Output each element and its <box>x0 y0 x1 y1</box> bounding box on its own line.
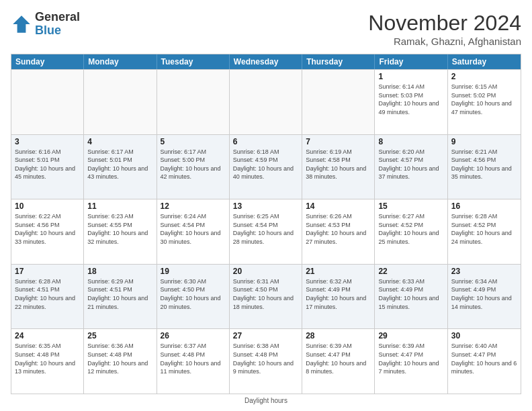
cal-cell: 10Sunrise: 6:22 AM Sunset: 4:56 PM Dayli… <box>11 199 84 264</box>
cal-week-1: 1Sunrise: 6:14 AM Sunset: 5:03 PM Daylig… <box>11 69 521 134</box>
cal-cell: 30Sunrise: 6:40 AM Sunset: 4:47 PM Dayli… <box>448 329 521 394</box>
cal-cell: 1Sunrise: 6:14 AM Sunset: 5:03 PM Daylig… <box>375 70 447 134</box>
day-info: Sunrise: 6:29 AM Sunset: 4:51 PM Dayligh… <box>87 277 152 311</box>
day-number: 8 <box>378 137 443 146</box>
cal-cell: 14Sunrise: 6:26 AM Sunset: 4:53 PM Dayli… <box>302 199 375 264</box>
day-info: Sunrise: 6:36 AM Sunset: 4:48 PM Dayligh… <box>87 342 152 375</box>
day-number: 17 <box>15 267 80 276</box>
cal-cell: 23Sunrise: 6:34 AM Sunset: 4:49 PM Dayli… <box>448 265 521 329</box>
day-info: Sunrise: 6:21 AM Sunset: 4:56 PM Dayligh… <box>451 148 517 181</box>
day-info: Sunrise: 6:23 AM Sunset: 4:55 PM Dayligh… <box>87 212 152 246</box>
day-number: 3 <box>15 137 80 146</box>
day-info: Sunrise: 6:27 AM Sunset: 4:52 PM Dayligh… <box>378 212 443 246</box>
cal-cell: 17Sunrise: 6:28 AM Sunset: 4:51 PM Dayli… <box>11 265 84 329</box>
cal-cell: 5Sunrise: 6:17 AM Sunset: 5:00 PM Daylig… <box>157 135 230 199</box>
cal-header-sunday: Sunday <box>11 54 84 69</box>
cal-cell: 13Sunrise: 6:25 AM Sunset: 4:54 PM Dayli… <box>230 199 302 264</box>
day-number: 14 <box>306 201 371 211</box>
cal-cell: 3Sunrise: 6:16 AM Sunset: 5:01 PM Daylig… <box>11 135 84 199</box>
cal-cell: 7Sunrise: 6:19 AM Sunset: 4:58 PM Daylig… <box>302 135 375 199</box>
cal-cell: 19Sunrise: 6:30 AM Sunset: 4:50 PM Dayli… <box>157 265 230 329</box>
cal-header-tuesday: Tuesday <box>157 54 230 69</box>
day-info: Sunrise: 6:34 AM Sunset: 4:49 PM Dayligh… <box>451 277 517 311</box>
cal-cell: 2Sunrise: 6:15 AM Sunset: 5:02 PM Daylig… <box>448 70 521 134</box>
subtitle: Ramak, Ghazni, Afghanistan <box>368 36 521 47</box>
day-number: 23 <box>451 267 517 276</box>
day-number: 4 <box>87 137 152 146</box>
cal-cell: 6Sunrise: 6:18 AM Sunset: 4:59 PM Daylig… <box>230 135 302 199</box>
day-info: Sunrise: 6:28 AM Sunset: 4:51 PM Dayligh… <box>15 277 80 311</box>
day-number: 13 <box>233 201 298 211</box>
cal-header-monday: Monday <box>84 54 157 69</box>
svg-marker-0 <box>13 15 30 33</box>
day-number: 5 <box>161 137 226 146</box>
day-number: 7 <box>306 137 371 146</box>
day-info: Sunrise: 6:39 AM Sunset: 4:47 PM Dayligh… <box>378 342 443 375</box>
cal-cell: 27Sunrise: 6:38 AM Sunset: 4:48 PM Dayli… <box>230 329 302 394</box>
cal-week-3: 10Sunrise: 6:22 AM Sunset: 4:56 PM Dayli… <box>11 199 521 264</box>
cal-cell: 12Sunrise: 6:24 AM Sunset: 4:54 PM Dayli… <box>157 199 230 264</box>
cal-week-5: 24Sunrise: 6:35 AM Sunset: 4:48 PM Dayli… <box>11 328 521 394</box>
day-number: 19 <box>161 267 226 276</box>
logo-general-text: General <box>35 11 80 24</box>
day-info: Sunrise: 6:25 AM Sunset: 4:54 PM Dayligh… <box>233 212 298 246</box>
day-info: Sunrise: 6:32 AM Sunset: 4:49 PM Dayligh… <box>306 277 371 311</box>
day-info: Sunrise: 6:24 AM Sunset: 4:54 PM Dayligh… <box>161 212 226 246</box>
day-info: Sunrise: 6:16 AM Sunset: 5:01 PM Dayligh… <box>15 148 80 181</box>
day-number: 11 <box>87 201 152 211</box>
day-info: Sunrise: 6:15 AM Sunset: 5:02 PM Dayligh… <box>451 83 517 116</box>
cal-cell: 28Sunrise: 6:39 AM Sunset: 4:47 PM Dayli… <box>302 329 375 394</box>
day-number: 24 <box>15 331 80 340</box>
day-info: Sunrise: 6:33 AM Sunset: 4:49 PM Dayligh… <box>378 277 443 311</box>
day-number: 25 <box>87 331 152 340</box>
day-number: 12 <box>161 201 226 211</box>
cal-header-thursday: Thursday <box>302 54 375 69</box>
main-title: November 2024 <box>368 11 521 36</box>
day-number: 29 <box>378 331 443 340</box>
footer-note: Daylight hours <box>11 397 521 404</box>
cal-cell: 15Sunrise: 6:27 AM Sunset: 4:52 PM Dayli… <box>375 199 447 264</box>
day-info: Sunrise: 6:17 AM Sunset: 5:00 PM Dayligh… <box>161 148 226 181</box>
day-info: Sunrise: 6:14 AM Sunset: 5:03 PM Dayligh… <box>378 83 443 116</box>
day-number: 30 <box>451 331 517 340</box>
day-info: Sunrise: 6:39 AM Sunset: 4:47 PM Dayligh… <box>306 342 371 375</box>
day-number: 16 <box>451 201 517 211</box>
cal-cell: 18Sunrise: 6:29 AM Sunset: 4:51 PM Dayli… <box>84 265 157 329</box>
cal-cell: 26Sunrise: 6:37 AM Sunset: 4:48 PM Dayli… <box>157 329 230 394</box>
day-info: Sunrise: 6:20 AM Sunset: 4:57 PM Dayligh… <box>378 148 443 181</box>
cal-cell <box>11 70 84 134</box>
cal-cell: 11Sunrise: 6:23 AM Sunset: 4:55 PM Dayli… <box>84 199 157 264</box>
cal-cell: 9Sunrise: 6:21 AM Sunset: 4:56 PM Daylig… <box>448 135 521 199</box>
day-number: 28 <box>306 331 371 340</box>
day-info: Sunrise: 6:37 AM Sunset: 4:48 PM Dayligh… <box>161 342 226 375</box>
calendar-body: 1Sunrise: 6:14 AM Sunset: 5:03 PM Daylig… <box>11 69 521 394</box>
title-block: November 2024 Ramak, Ghazni, Afghanistan <box>368 11 521 47</box>
day-info: Sunrise: 6:19 AM Sunset: 4:58 PM Dayligh… <box>306 148 371 181</box>
day-number: 6 <box>233 137 298 146</box>
day-number: 2 <box>451 72 517 81</box>
cal-cell: 20Sunrise: 6:31 AM Sunset: 4:50 PM Dayli… <box>230 265 302 329</box>
day-info: Sunrise: 6:26 AM Sunset: 4:53 PM Dayligh… <box>306 212 371 246</box>
day-info: Sunrise: 6:31 AM Sunset: 4:50 PM Dayligh… <box>233 277 298 311</box>
day-number: 9 <box>451 137 517 146</box>
page: General Blue November 2024 Ramak, Ghazni… <box>0 0 532 411</box>
logo-icon <box>11 13 32 35</box>
day-info: Sunrise: 6:28 AM Sunset: 4:52 PM Dayligh… <box>451 212 517 246</box>
day-number: 1 <box>378 72 443 81</box>
day-number: 26 <box>161 331 226 340</box>
day-number: 21 <box>306 267 371 276</box>
cal-week-4: 17Sunrise: 6:28 AM Sunset: 4:51 PM Dayli… <box>11 264 521 329</box>
cal-cell <box>230 70 302 134</box>
cal-cell: 24Sunrise: 6:35 AM Sunset: 4:48 PM Dayli… <box>11 329 84 394</box>
cal-header-wednesday: Wednesday <box>230 54 302 69</box>
logo-blue-text: Blue <box>35 24 80 38</box>
cal-cell: 4Sunrise: 6:17 AM Sunset: 5:01 PM Daylig… <box>84 135 157 199</box>
calendar: SundayMondayTuesdayWednesdayThursdayFrid… <box>11 54 521 394</box>
day-number: 27 <box>233 331 298 340</box>
day-number: 15 <box>378 201 443 211</box>
day-number: 10 <box>15 201 80 211</box>
calendar-header-row: SundayMondayTuesdayWednesdayThursdayFrid… <box>11 54 521 69</box>
cal-cell <box>84 70 157 134</box>
cal-header-friday: Friday <box>375 54 447 69</box>
cal-cell: 22Sunrise: 6:33 AM Sunset: 4:49 PM Dayli… <box>375 265 447 329</box>
